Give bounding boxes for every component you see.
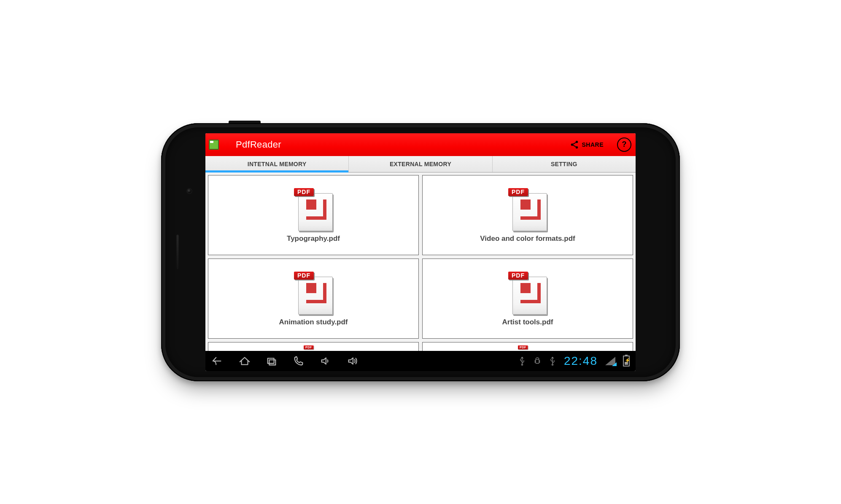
share-label: SHARE — [582, 141, 604, 148]
file-card[interactable]: PDF — [208, 342, 419, 351]
nav-cluster — [211, 355, 359, 367]
share-button[interactable]: SHARE — [570, 140, 604, 149]
file-card[interactable]: PDF Animation study.pdf — [208, 259, 419, 339]
usb-indicator-2 — [549, 356, 556, 366]
usb-icon — [518, 356, 526, 366]
tab-external-memory[interactable]: EXTERNAL MEMORY — [349, 156, 492, 172]
usb-indicator-1 — [518, 356, 526, 366]
tab-internal-memory[interactable]: INTETNAL MEMORY — [205, 156, 349, 172]
volume-low-icon — [319, 355, 332, 367]
file-name: Animation study.pdf — [279, 318, 348, 326]
svg-point-0 — [576, 140, 578, 143]
file-name: Video and color formats.pdf — [480, 234, 575, 243]
file-grid-viewport[interactable]: PDF Typography.pdf PDF Video and color f… — [205, 172, 636, 351]
tab-bar: INTETNAL MEMORY EXTERNAL MEMORY SETTING — [205, 156, 636, 172]
power-button — [229, 121, 261, 123]
phone-icon — [292, 355, 305, 367]
back-icon — [211, 355, 224, 367]
home-button[interactable] — [238, 355, 251, 367]
stage: PdfReader SHARE ? — [0, 0, 841, 504]
earpiece-grille — [176, 234, 179, 270]
debug-indicator — [534, 356, 541, 366]
svg-rect-5 — [268, 358, 274, 363]
system-bar: 22:48 ⚡ — [205, 351, 636, 371]
pdf-file-icon: PDF — [509, 187, 546, 230]
pdf-file-icon: PDF — [304, 345, 323, 351]
tab-label: EXTERNAL MEMORY — [390, 161, 451, 167]
svg-point-11 — [552, 364, 553, 365]
file-name: Typography.pdf — [287, 234, 340, 243]
pdf-badge: PDF — [294, 188, 314, 196]
svg-line-3 — [573, 142, 576, 144]
pdf-file-icon: PDF — [295, 271, 332, 314]
back-button[interactable] — [211, 355, 224, 367]
file-card[interactable]: PDF Artist tools.pdf — [422, 259, 633, 339]
android-icon — [534, 356, 541, 366]
pdf-badge: PDF — [508, 272, 528, 280]
pdf-file-icon: PDF — [518, 345, 537, 351]
app-title: PdfReader — [236, 139, 281, 150]
file-grid: PDF Typography.pdf PDF Video and color f… — [208, 175, 633, 348]
help-icon: ? — [622, 140, 627, 149]
app-icon — [209, 140, 219, 150]
signal-icon — [605, 357, 615, 365]
status-cluster: 22:48 ⚡ — [518, 354, 630, 368]
svg-line-4 — [573, 145, 576, 147]
svg-point-1 — [571, 143, 574, 146]
front-camera — [187, 189, 191, 193]
app-root: PdfReader SHARE ? — [205, 133, 636, 371]
phone-shortcut[interactable] — [292, 355, 305, 367]
file-card[interactable]: PDF Typography.pdf — [208, 175, 419, 255]
battery-icon: ⚡ — [623, 356, 630, 367]
file-card[interactable]: PDF — [422, 342, 633, 351]
svg-point-7 — [521, 364, 523, 365]
volume-up-shortcut[interactable] — [346, 355, 359, 367]
svg-rect-6 — [269, 360, 275, 365]
home-icon — [238, 355, 251, 367]
pdf-badge: PDF — [518, 345, 528, 350]
action-bar: PdfReader SHARE ? — [205, 133, 636, 156]
volume-high-icon — [346, 355, 359, 367]
usb-icon — [549, 356, 556, 366]
tab-setting[interactable]: SETTING — [493, 156, 636, 172]
share-icon — [570, 140, 579, 149]
svg-rect-8 — [536, 359, 539, 363]
volume-down-shortcut[interactable] — [319, 355, 332, 367]
file-name: Artist tools.pdf — [502, 318, 553, 326]
tab-label: INTETNAL MEMORY — [248, 161, 307, 167]
device-screen: PdfReader SHARE ? — [205, 133, 636, 371]
svg-point-2 — [576, 146, 578, 148]
pdf-badge: PDF — [304, 345, 314, 350]
pdf-badge: PDF — [294, 272, 314, 280]
status-clock: 22:48 — [564, 354, 598, 368]
tab-label: SETTING — [551, 161, 577, 167]
pdf-badge: PDF — [508, 188, 528, 196]
pdf-file-icon: PDF — [295, 187, 332, 230]
recent-icon — [265, 355, 278, 367]
file-card[interactable]: PDF Video and color formats.pdf — [422, 175, 633, 255]
help-button[interactable]: ? — [617, 137, 631, 152]
pdf-file-icon: PDF — [509, 271, 546, 314]
recent-apps-button[interactable] — [265, 355, 278, 367]
phone-frame: PdfReader SHARE ? — [161, 123, 680, 381]
